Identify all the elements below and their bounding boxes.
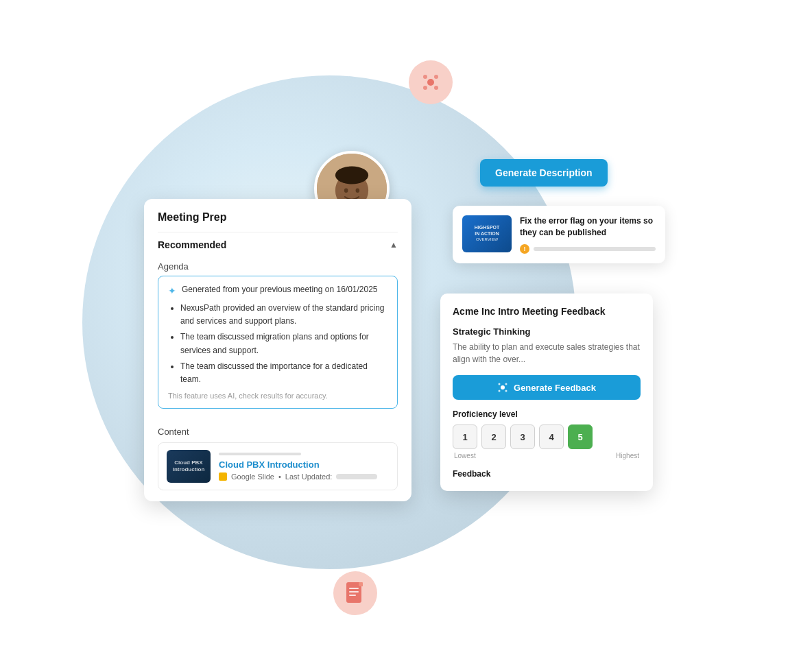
error-bar: [534, 247, 656, 251]
scene: Meeting Prep Recommended ▲ Agenda ✦ Gene…: [0, 0, 812, 670]
agenda-bullet-1: NexusPath provided an overview of the st…: [180, 302, 387, 328]
content-item: Cloud PBX Introduction Cloud PBX Introdu…: [158, 442, 398, 490]
svg-rect-13: [349, 588, 359, 589]
level-button-3[interactable]: 3: [510, 424, 535, 449]
content-info: Cloud PBX Introduction Google Slide • La…: [219, 453, 389, 481]
doc-icon-bottom: [333, 571, 377, 615]
error-thumbnail: HIGHSPOTIN ACTIONOVERVIEW: [462, 215, 512, 252]
svg-point-11: [356, 189, 360, 193]
svg-point-3: [423, 86, 427, 90]
recommended-section: Recommended ▲ Agenda ✦ Generated from yo…: [144, 232, 411, 420]
proficiency-levels: 1 2 3 4 5: [453, 424, 641, 449]
svg-point-10: [344, 189, 348, 193]
warning-dot: !: [520, 244, 529, 254]
svg-point-20: [499, 390, 501, 392]
svg-point-21: [505, 390, 508, 392]
meeting-prep-title: Meeting Prep: [144, 199, 411, 232]
content-label: Content: [158, 427, 398, 437]
level-labels: Lowest Highest: [453, 452, 641, 459]
agenda-bullets: NexusPath provided an overview of the st…: [168, 302, 387, 386]
content-source: Google Slide: [231, 472, 274, 481]
last-updated-bar: [336, 474, 377, 479]
content-meta: Google Slide • Last Updated:: [219, 472, 389, 481]
level-button-5[interactable]: 5: [568, 424, 593, 449]
level-button-4[interactable]: 4: [539, 424, 564, 449]
svg-point-2: [434, 75, 438, 79]
generate-feedback-icon: [497, 382, 508, 393]
feedback-card: Acme Inc Intro Meeting Feedback Strategi…: [440, 294, 653, 491]
svg-rect-14: [349, 591, 359, 593]
svg-point-18: [499, 383, 501, 385]
feedback-label: Feedback: [453, 469, 641, 479]
svg-point-9: [335, 167, 368, 184]
level-button-1[interactable]: 1: [453, 424, 477, 449]
generate-description-button[interactable]: Generate Description: [480, 159, 608, 187]
svg-point-19: [505, 383, 508, 385]
agenda-label: Agenda: [158, 261, 398, 272]
agenda-box: ✦ Generated from your previous meeting o…: [158, 276, 398, 409]
svg-point-0: [427, 79, 434, 86]
level-button-2[interactable]: 2: [481, 424, 506, 449]
content-section: Content Cloud PBX Introduction Cloud PBX…: [144, 420, 411, 501]
highspot-badge: HIGHSPOTIN ACTIONOVERVIEW: [475, 225, 500, 242]
svg-point-4: [434, 86, 438, 90]
ai-icon-top: [409, 60, 453, 104]
content-title[interactable]: Cloud PBX Introduction: [219, 459, 389, 470]
generate-feedback-button[interactable]: Generate Feedback: [453, 375, 641, 400]
lowest-label: Lowest: [454, 452, 476, 459]
skill-name: Strategic Thinking: [453, 326, 641, 337]
ai-star-icon: ✦: [168, 285, 176, 296]
content-thumbnail: Cloud PBX Introduction: [167, 450, 211, 483]
error-indicator: !: [520, 244, 656, 254]
recommended-header: Recommended ▲: [158, 232, 398, 257]
svg-point-17: [501, 385, 505, 390]
agenda-bullet-2: The team discussed migration plans and o…: [180, 331, 387, 357]
error-content: Fix the error flag on your items so they…: [520, 215, 656, 254]
svg-rect-15: [349, 595, 356, 596]
recommended-label: Recommended: [158, 239, 226, 250]
content-last-updated-label: Last Updated:: [285, 472, 333, 481]
error-text: Fix the error flag on your items so they…: [520, 215, 656, 239]
ai-disclaimer: This feature uses AI, check results for …: [168, 392, 387, 400]
feedback-card-title: Acme Inc Intro Meeting Feedback: [453, 306, 641, 317]
agenda-generated: ✦ Generated from your previous meeting o…: [168, 285, 387, 296]
content-progress-bar: [219, 453, 301, 455]
google-icon: [219, 472, 227, 481]
generate-feedback-label: Generate Feedback: [514, 383, 596, 393]
svg-point-1: [423, 75, 427, 79]
svg-rect-16: [359, 582, 363, 586]
chevron-up-icon[interactable]: ▲: [390, 240, 398, 250]
proficiency-label: Proficiency level: [453, 409, 641, 419]
highest-label: Highest: [616, 452, 639, 459]
meeting-prep-card: Meeting Prep Recommended ▲ Agenda ✦ Gene…: [144, 199, 411, 501]
agenda-bullet-3: The team discussed the importance for a …: [180, 360, 387, 386]
skill-description: The ability to plan and execute sales st…: [453, 341, 641, 366]
error-flag-card: HIGHSPOTIN ACTIONOVERVIEW Fix the error …: [453, 206, 665, 263]
